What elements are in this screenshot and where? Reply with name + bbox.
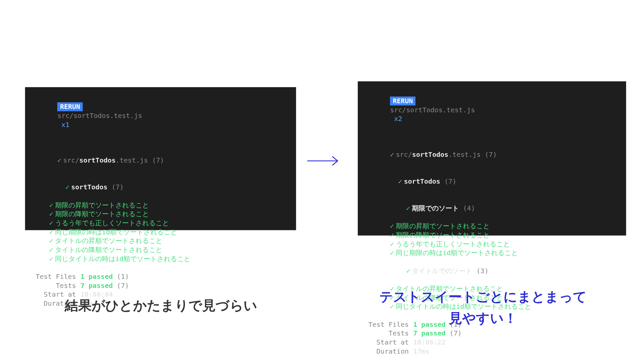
file-line: ✓src/sortTodos.test.js (7) bbox=[33, 147, 288, 174]
check-icon: ✓ bbox=[49, 201, 53, 209]
test-line: ✓同じ期限の時はid順でソートされること bbox=[33, 228, 288, 237]
test-line: ✓期限の昇順でソートされること bbox=[366, 222, 618, 231]
check-icon: ✓ bbox=[57, 157, 61, 165]
test-line: ✓タイトルの降順でソートされること bbox=[33, 245, 288, 254]
rerun-path: src/sortTodos.test.js bbox=[57, 112, 142, 120]
test-line: ✓同じタイトルの時はid順でソートされること bbox=[33, 254, 288, 263]
terminal-after: RERUN src/sortTodos.test.js x2 ✓src/sort… bbox=[358, 81, 626, 236]
test-line: ✓期限の降順でソートされること bbox=[33, 209, 288, 219]
check-icon: ✓ bbox=[49, 237, 53, 245]
rerun-line: RERUN src/sortTodos.test.js x1 bbox=[33, 94, 288, 138]
summary-start: Start at10:06:22 bbox=[366, 338, 618, 347]
group-line: ✓タイトルでのソート (3) bbox=[366, 257, 618, 284]
caption-before: 結果がひとかたまりで見づらい bbox=[40, 297, 282, 315]
check-icon: ✓ bbox=[49, 219, 53, 227]
suite-line: ✓sortTodos (7) bbox=[366, 168, 618, 195]
check-icon: ✓ bbox=[390, 222, 394, 230]
group-line: ✓期限でのソート (4) bbox=[366, 195, 618, 222]
rerun-count: x2 bbox=[390, 115, 402, 123]
terminal-before: RERUN src/sortTodos.test.js x1 ✓src/sort… bbox=[25, 87, 296, 230]
check-icon: ✓ bbox=[65, 183, 69, 191]
test-line: ✓タイトルの昇順でソートされること bbox=[33, 236, 288, 245]
suite-line: ✓sortTodos (7) bbox=[33, 174, 288, 201]
summary-duration: Duration17ms bbox=[366, 347, 618, 356]
check-icon: ✓ bbox=[398, 177, 402, 185]
summary-tests: Tests7 passed (7) bbox=[33, 281, 288, 290]
caption-after: テストスイートごとにまとまって 見やすい！ bbox=[358, 286, 608, 329]
check-icon: ✓ bbox=[49, 228, 53, 236]
rerun-line: RERUN src/sortTodos.test.js x2 bbox=[366, 87, 618, 132]
test-line: ✓期限の昇順でソートされること bbox=[33, 201, 288, 210]
rerun-badge: RERUN bbox=[57, 102, 83, 111]
check-icon: ✓ bbox=[390, 231, 394, 239]
rerun-badge: RERUN bbox=[390, 97, 416, 106]
check-icon: ✓ bbox=[49, 210, 53, 218]
check-icon: ✓ bbox=[49, 255, 53, 263]
check-icon: ✓ bbox=[406, 267, 410, 275]
arrow-icon bbox=[304, 152, 344, 170]
check-icon: ✓ bbox=[406, 204, 410, 212]
summary-tests: Tests7 passed (7) bbox=[366, 329, 618, 338]
check-icon: ✓ bbox=[49, 246, 53, 254]
test-line: ✓うるう年でも正しくソートされること bbox=[366, 240, 618, 249]
test-line: ✓うるう年でも正しくソートされること bbox=[33, 219, 288, 228]
file-line: ✓src/sortTodos.test.js (7) bbox=[366, 141, 618, 168]
test-line: ✓期限の降順でソートされること bbox=[366, 231, 618, 240]
rerun-path: src/sortTodos.test.js bbox=[390, 106, 475, 114]
summary-files: Test Files1 passed (1) bbox=[33, 272, 288, 281]
check-icon: ✓ bbox=[390, 150, 394, 159]
check-icon: ✓ bbox=[390, 240, 394, 248]
check-icon: ✓ bbox=[390, 249, 394, 257]
rerun-count: x1 bbox=[57, 121, 69, 129]
test-line: ✓同じ期限の時はid順でソートされること bbox=[366, 248, 618, 257]
